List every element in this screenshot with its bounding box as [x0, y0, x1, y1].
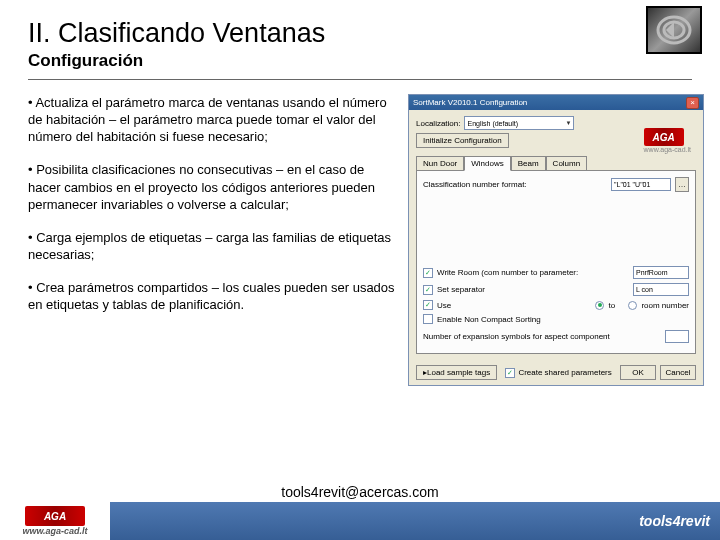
enable-nc-label: Enable Non Compact Sorting [437, 315, 541, 324]
write-room-checkbox[interactable]: ✓ [423, 268, 433, 278]
bullet-list: • Actualiza el parámetro marca de ventan… [28, 94, 398, 386]
localization-select[interactable]: English (default) [464, 116, 574, 130]
prefix-input[interactable]: PnrfRoom [633, 266, 689, 279]
separator-checkbox[interactable]: ✓ [423, 285, 433, 295]
expansion-input[interactable] [665, 330, 689, 343]
slide-subtitle: Configuración [28, 51, 692, 71]
format-label: Classification number format: [423, 180, 607, 189]
bullet-4: • Crea parámetros compartidos – los cual… [28, 279, 398, 313]
format-input[interactable]: "L"01 "U"01 [611, 178, 671, 191]
tab-windows[interactable]: Windows [464, 156, 510, 171]
footer-logo-left: AGA www.aga-cad.lt [0, 502, 110, 540]
aga-url: www.aga-cad.lt [644, 146, 691, 153]
create-shared-checkbox[interactable]: ✓ [505, 368, 515, 378]
tab-beam[interactable]: Beam [511, 156, 546, 170]
initialize-button[interactable]: Initialize Configuration [416, 133, 509, 148]
use-radio-1[interactable] [595, 301, 604, 310]
close-icon[interactable]: × [686, 97, 699, 109]
use-checkbox[interactable]: ✓ [423, 300, 433, 310]
cancel-button[interactable]: Cancel [660, 365, 696, 380]
footer-bar: AGA www.aga-cad.lt tools4revit [0, 502, 720, 540]
room-number-label: room number [641, 301, 689, 310]
format-details-button[interactable]: … [675, 177, 689, 192]
tab-panel: Classification number format: "L"01 "U"0… [416, 171, 696, 354]
footer-email-wrap: tools4revit@acercas.com [0, 482, 720, 502]
dialog-titlebar[interactable]: SortMark V2010.1 Configuration × [409, 95, 703, 110]
corner-logo [646, 6, 702, 54]
use-radio-2[interactable] [628, 301, 637, 310]
tab-door[interactable]: Nun Door [416, 156, 464, 170]
expansion-label: Number of expansion symbols for aspect c… [423, 332, 661, 341]
footer-aga-url: www.aga-cad.lt [22, 526, 87, 536]
enable-nc-checkbox[interactable] [423, 314, 433, 324]
localization-label: Localization: [416, 119, 460, 128]
write-room-label: Write Room (com number to parameter: [437, 268, 629, 277]
separator-input[interactable]: L con [633, 283, 689, 296]
ok-button[interactable]: OK [620, 365, 656, 380]
bullet-1: • Actualiza el parámetro marca de ventan… [28, 94, 398, 145]
load-tags-button[interactable]: ▸ Load sample tags [416, 365, 497, 380]
footer-email: tools4revit@acercas.com [281, 484, 438, 500]
footer-brand: tools4revit [600, 513, 720, 529]
use-label: Use [437, 301, 451, 310]
tab-column[interactable]: Column [546, 156, 588, 170]
aga-logo: AGA www.aga-cad.lt [644, 128, 691, 153]
footer-aga-logo: AGA [25, 506, 85, 526]
bullet-2: • Posibilita clasificaciones no consecut… [28, 161, 398, 212]
config-dialog: SortMark V2010.1 Configuration × AGA www… [408, 94, 704, 386]
bullet-3: • Carga ejemplos de etiquetas – carga la… [28, 229, 398, 263]
aga-logo-text: AGA [644, 128, 684, 146]
create-shared-label: Create shared parameters [518, 368, 611, 377]
separator-label: Set separator [437, 285, 485, 294]
tab-strip: Nun Door Windows Beam Column [416, 156, 696, 171]
dialog-title: SortMark V2010.1 Configuration [413, 98, 527, 107]
slide-title: II. Clasificando Ventanas [28, 18, 692, 49]
